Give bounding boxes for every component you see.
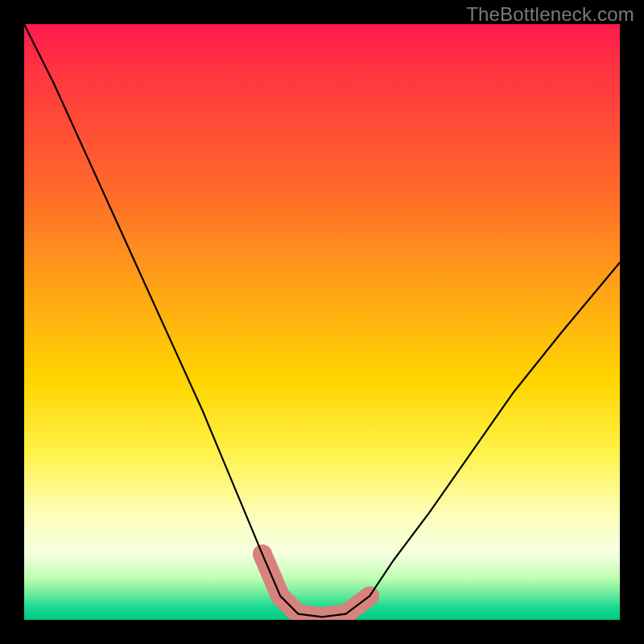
watermark-text: TheBottleneck.com (466, 3, 634, 26)
bottleneck-curve (24, 24, 620, 617)
chart-frame: TheBottleneck.com (0, 0, 644, 644)
plot-area (24, 24, 620, 620)
curve-layer (24, 24, 620, 620)
